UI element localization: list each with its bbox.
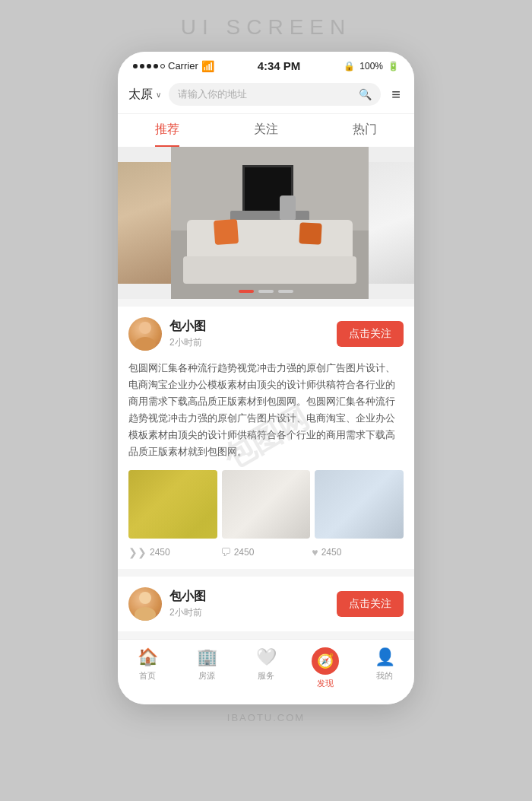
post-meta-2: 包小图 2小时前: [169, 589, 329, 619]
svg-point-3: [135, 607, 156, 621]
phone-frame: Carrier 📶 4:34 PM 🔒 100% 🔋 太原 ∨ 请输入你的地址 …: [118, 52, 414, 704]
wifi-icon: 📶: [201, 60, 214, 72]
banner-left-panel: [118, 162, 171, 284]
nav-discover-label: 发现: [317, 678, 334, 689]
avatar-1: [128, 317, 162, 351]
avatar-2: [128, 587, 162, 621]
post-header-1: 包小图 2小时前 点击关注: [128, 317, 404, 351]
post-card-1: 包图网 包小图 2小时前 点击关注 包圆网汇集各种流行趋势视觉冲击力强的原创广告…: [118, 307, 414, 569]
share-icon: ❯❯: [128, 546, 147, 558]
dot-2[interactable]: [258, 290, 274, 293]
post-image-1-2: [222, 470, 311, 539]
nav-service-label: 服务: [258, 670, 274, 682]
post-meta-1: 包小图 2小时前: [169, 319, 329, 349]
heart-icon: ♥: [312, 546, 318, 558]
post-text-1: 包圆网汇集各种流行趋势视觉冲击力强的原创广告图片设计、电商淘宝企业办公模板素材由…: [128, 360, 404, 461]
menu-button[interactable]: ≡: [388, 86, 404, 103]
comment-icon: 🗩: [220, 546, 231, 558]
nav-home-label: 首页: [139, 670, 156, 682]
search-placeholder-text: 请输入你的地址: [178, 87, 354, 101]
header: 太原 ∨ 请输入你的地址 🔍 ≡: [118, 77, 414, 114]
post-image-1-1: [128, 470, 217, 539]
profile-icon: 👤: [375, 647, 395, 667]
carrier-label: Carrier: [168, 60, 198, 72]
nav-profile-label: 我的: [376, 670, 393, 682]
bottom-nav: 🏠 首页 🏢 房源 🤍 服务 🧭 发现 👤 我的: [118, 639, 414, 704]
stat-share[interactable]: ❯❯ 2450: [128, 546, 220, 558]
svg-point-0: [139, 322, 151, 334]
search-bar[interactable]: 请输入你的地址 🔍: [169, 83, 381, 106]
post-card-2: 包小图 2小时前 点击关注: [118, 577, 414, 631]
dot3: [147, 64, 151, 68]
post-time-1: 2小时前: [169, 336, 329, 349]
discover-icon-circle: 🧭: [312, 647, 339, 675]
service-icon: 🤍: [256, 647, 277, 667]
tabs-bar: 推荐 关注 热门: [118, 114, 414, 147]
page-title-label: UI SCREEN: [181, 0, 351, 52]
dot5: [160, 64, 165, 68]
home-icon: 🏠: [138, 647, 158, 667]
svg-point-2: [139, 592, 151, 604]
status-bar: Carrier 📶 4:34 PM 🔒 100% 🔋: [118, 52, 414, 77]
share-count: 2450: [150, 547, 170, 558]
post-stats-1: ❯❯ 2450 🗩 2450 ♥ 2450: [128, 546, 404, 558]
post-author-1: 包小图: [169, 319, 329, 335]
slider-dots: [239, 290, 293, 293]
tab-following[interactable]: 关注: [254, 122, 278, 147]
comment-count: 2450: [234, 547, 255, 558]
stat-heart[interactable]: ♥ 2450: [312, 546, 404, 558]
chevron-down-icon: ∨: [156, 91, 161, 99]
signal-dots: [133, 64, 165, 68]
follow-button-2[interactable]: 点击关注: [337, 591, 404, 617]
banner-slider: [118, 147, 414, 299]
avatar-image-2: [128, 587, 162, 621]
dot-3[interactable]: [278, 290, 293, 293]
dot2: [140, 64, 144, 68]
battery-label: 100%: [359, 61, 383, 72]
heart-count: 2450: [321, 547, 342, 558]
compass-icon: 🧭: [317, 653, 334, 669]
follow-button-1[interactable]: 点击关注: [337, 321, 404, 347]
status-time: 4:34 PM: [258, 59, 301, 72]
post-time-2: 2小时前: [169, 606, 329, 619]
post-author-2: 包小图: [169, 589, 329, 605]
nav-home[interactable]: 🏠 首页: [128, 647, 166, 689]
svg-point-1: [135, 337, 156, 351]
search-icon: 🔍: [359, 88, 372, 100]
banner-right-panel: [369, 162, 414, 284]
nav-discover[interactable]: 🧭 发现: [306, 647, 344, 689]
banner-main-panel: [171, 147, 369, 299]
lock-icon: 🔒: [344, 61, 355, 72]
nav-profile[interactable]: 👤 我的: [366, 647, 404, 689]
room-illustration: [171, 147, 369, 299]
dot1: [133, 64, 138, 68]
status-right: 🔒 100% 🔋: [344, 61, 399, 72]
nav-service[interactable]: 🤍 服务: [247, 647, 285, 689]
tab-recommended[interactable]: 推荐: [155, 122, 179, 147]
location-button[interactable]: 太原 ∨: [128, 87, 161, 103]
dot-1[interactable]: [239, 290, 254, 293]
post-image-1-3: [315, 470, 404, 539]
post-images-1: [128, 470, 404, 539]
post-header-2: 包小图 2小时前 点击关注: [128, 587, 404, 621]
stat-comment[interactable]: 🗩 2450: [220, 546, 312, 558]
property-icon: 🏢: [197, 647, 217, 667]
nav-property[interactable]: 🏢 房源: [188, 647, 226, 689]
location-label: 太原: [128, 87, 153, 103]
dot4: [154, 64, 158, 68]
battery-icon: 🔋: [388, 61, 399, 72]
tab-hot[interactable]: 热门: [353, 122, 377, 147]
avatar-image-1: [128, 317, 162, 351]
bottom-watermark: IBAOTU.COM: [227, 712, 305, 723]
nav-property-label: 房源: [198, 670, 215, 682]
